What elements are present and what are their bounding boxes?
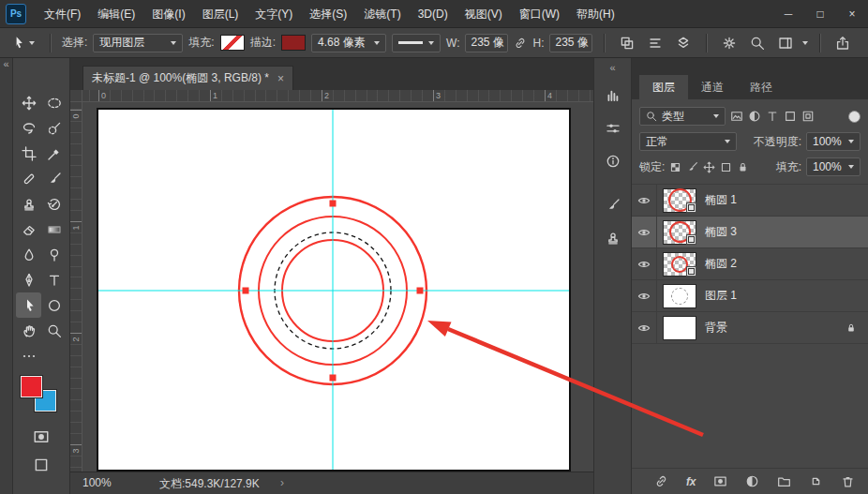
adjustment-layer-icon[interactable] bbox=[745, 474, 759, 488]
menu-type[interactable]: 文字(Y) bbox=[247, 0, 301, 28]
hand-tool-button[interactable] bbox=[16, 318, 41, 343]
quick-mask-icon[interactable] bbox=[33, 428, 50, 445]
visibility-toggle[interactable] bbox=[632, 312, 656, 343]
layer-name[interactable]: 背景 bbox=[705, 320, 727, 336]
visibility-toggle[interactable] bbox=[632, 280, 656, 311]
filter-adjust-icon[interactable] bbox=[748, 110, 761, 123]
maximize-button[interactable]: □ bbox=[804, 0, 836, 27]
status-expand-chevron[interactable]: › bbox=[280, 476, 284, 489]
layer-thumbnail[interactable] bbox=[663, 316, 696, 340]
eraser-tool-button[interactable] bbox=[16, 217, 41, 242]
lock-all-icon[interactable] bbox=[737, 161, 749, 173]
new-layer-icon[interactable] bbox=[809, 474, 823, 488]
layer-thumbnail[interactable] bbox=[663, 284, 696, 308]
menu-filter[interactable]: 滤镜(T) bbox=[355, 0, 409, 28]
tab-close-icon[interactable]: × bbox=[277, 72, 284, 85]
menu-help[interactable]: 帮助(H) bbox=[568, 0, 623, 28]
share-button[interactable] bbox=[831, 33, 854, 53]
screen-mode-icon[interactable] bbox=[33, 457, 50, 473]
lock-pixels-icon[interactable] bbox=[686, 161, 698, 173]
lock-position-icon[interactable] bbox=[703, 161, 715, 173]
visibility-toggle[interactable] bbox=[632, 185, 656, 216]
tab-channels[interactable]: 通道 bbox=[688, 75, 737, 99]
pen-tool-button[interactable] bbox=[16, 267, 41, 292]
stroke-width-combo[interactable]: 4.68 像素 bbox=[311, 34, 386, 52]
settings-button[interactable] bbox=[718, 33, 741, 53]
brush-panel-button[interactable] bbox=[600, 193, 626, 217]
history-brush-tool-button[interactable] bbox=[41, 191, 67, 217]
document-tab[interactable]: 未标题-1 @ 100%(椭圆 3, RGB/8) * × bbox=[82, 66, 293, 90]
layer-row-ellipse1[interactable]: 椭圆 1 bbox=[632, 185, 868, 217]
close-button[interactable]: × bbox=[836, 0, 868, 27]
path-alignment-button[interactable] bbox=[644, 33, 666, 53]
layer-thumbnail[interactable] bbox=[663, 252, 696, 277]
blur-tool-button[interactable] bbox=[16, 242, 41, 267]
width-input[interactable]: 235 像 bbox=[465, 34, 508, 52]
move-tool-button[interactable] bbox=[16, 90, 41, 115]
layer-name[interactable]: 图层 1 bbox=[705, 288, 737, 304]
edit-toolbar-button[interactable] bbox=[16, 343, 41, 368]
layer-row-background[interactable]: 背景 bbox=[632, 312, 868, 344]
brush-tool-button[interactable] bbox=[41, 166, 67, 191]
path-select-tool-button[interactable] bbox=[16, 292, 41, 318]
horizontal-ruler[interactable]: 0 1 2 3 4 bbox=[82, 90, 593, 102]
vertical-ruler[interactable]: 0 1 2 3 bbox=[70, 102, 82, 472]
dodge-tool-button[interactable] bbox=[41, 242, 67, 267]
type-tool-button[interactable] bbox=[41, 267, 67, 292]
marquee-tool-button[interactable] bbox=[41, 90, 67, 115]
layer-thumbnail[interactable] bbox=[663, 220, 696, 245]
menu-3d[interactable]: 3D(D) bbox=[410, 0, 456, 28]
clone-stamp-tool-button[interactable] bbox=[16, 191, 41, 217]
menu-view[interactable]: 视图(V) bbox=[456, 0, 511, 28]
minimize-button[interactable]: ─ bbox=[772, 0, 804, 27]
height-input[interactable]: 235 像 bbox=[549, 34, 592, 52]
search-button[interactable] bbox=[746, 33, 769, 53]
layer-name[interactable]: 椭圆 1 bbox=[705, 192, 737, 208]
zoom-level-field[interactable]: 100% bbox=[82, 476, 112, 489]
visibility-toggle[interactable] bbox=[632, 217, 656, 247]
layer-name[interactable]: 椭圆 3 bbox=[705, 224, 737, 240]
blend-mode-dropdown[interactable]: 正常 bbox=[639, 132, 737, 151]
menu-image[interactable]: 图像(I) bbox=[143, 0, 193, 28]
select-mode-dropdown[interactable]: 现用图层 bbox=[93, 34, 183, 52]
zoom-tool-button[interactable] bbox=[41, 318, 67, 343]
info-panel-button[interactable] bbox=[600, 149, 626, 173]
tab-layers[interactable]: 图层 bbox=[639, 75, 688, 99]
fill-swatch[interactable] bbox=[220, 35, 245, 51]
quick-select-tool-button[interactable] bbox=[41, 115, 67, 141]
filter-smart-icon[interactable] bbox=[801, 110, 815, 123]
layer-row-ellipse3-selected[interactable]: 椭圆 3 bbox=[632, 217, 868, 248]
filter-type-icon[interactable] bbox=[766, 110, 779, 123]
histogram-panel-button[interactable] bbox=[600, 83, 626, 108]
eyedropper-tool-button[interactable] bbox=[41, 141, 67, 166]
ellipse-tool-button[interactable] bbox=[41, 292, 67, 318]
dock-collapse-chevron[interactable]: « bbox=[594, 60, 631, 75]
link-dimensions-icon[interactable] bbox=[514, 37, 527, 50]
add-mask-icon[interactable] bbox=[713, 474, 727, 488]
menu-edit[interactable]: 编辑(E) bbox=[89, 0, 143, 28]
anchor-point-top[interactable] bbox=[330, 201, 337, 207]
anchor-point-right[interactable] bbox=[417, 288, 424, 294]
link-layers-icon[interactable] bbox=[654, 474, 668, 488]
path-arrangement-button[interactable] bbox=[672, 33, 695, 53]
menu-layer[interactable]: 图层(L) bbox=[194, 0, 247, 28]
lock-artboard-icon[interactable] bbox=[720, 161, 732, 173]
properties-panel-button[interactable] bbox=[600, 116, 626, 141]
visibility-toggle[interactable] bbox=[632, 248, 656, 279]
path-operations-button[interactable] bbox=[616, 33, 638, 53]
gradient-tool-button[interactable] bbox=[41, 217, 67, 242]
filter-toggle[interactable] bbox=[848, 111, 861, 123]
layer-name[interactable]: 椭圆 2 bbox=[705, 256, 737, 272]
layer-effects-button[interactable]: fx bbox=[686, 475, 696, 488]
lock-transparency-icon[interactable] bbox=[669, 161, 681, 173]
filter-type-dropdown[interactable]: 类型 bbox=[639, 107, 726, 126]
lasso-tool-button[interactable] bbox=[16, 115, 41, 141]
menu-file[interactable]: 文件(F) bbox=[36, 0, 89, 28]
healing-tool-button[interactable] bbox=[16, 166, 41, 191]
anchor-point-bottom[interactable] bbox=[330, 375, 337, 382]
new-group-icon[interactable] bbox=[777, 474, 791, 488]
tools-collapse-strip[interactable]: « bbox=[0, 58, 13, 494]
filter-shape-icon[interactable] bbox=[784, 110, 797, 123]
menu-select[interactable]: 选择(S) bbox=[301, 0, 355, 28]
layer-row-ellipse2[interactable]: 椭圆 2 bbox=[632, 248, 868, 280]
